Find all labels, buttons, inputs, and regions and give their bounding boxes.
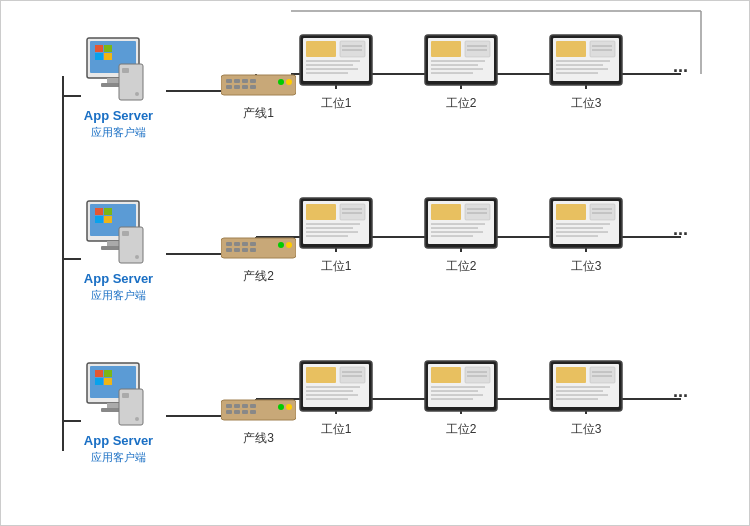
svg-rect-146 (242, 410, 248, 414)
workstation-icon-3-1 (298, 359, 374, 417)
svg-rect-58 (431, 41, 461, 57)
server-icon-3 (79, 361, 159, 429)
svg-rect-115 (465, 204, 490, 220)
workstation-3-1: 工位1 (296, 359, 376, 438)
svg-rect-91 (250, 242, 256, 246)
workstation-1-2: 工位2 (421, 33, 501, 112)
svg-rect-42 (242, 85, 248, 89)
svg-point-96 (278, 242, 284, 248)
svg-rect-144 (226, 410, 232, 414)
svg-rect-125 (590, 204, 615, 220)
workstation-1-3-label: 工位3 (546, 95, 626, 112)
svg-rect-95 (250, 248, 256, 252)
svg-rect-37 (234, 79, 240, 83)
server-3: App Server 应用客户端 (71, 361, 166, 464)
workstation-icon-1-3 (548, 33, 624, 91)
workstation-icon-1-2 (423, 33, 499, 91)
svg-rect-137 (122, 393, 129, 398)
dots-row-2: ... (673, 219, 688, 240)
switch-1: 产线1 (216, 71, 301, 122)
workstation-2-2-label: 工位2 (421, 258, 501, 275)
svg-point-34 (135, 92, 139, 96)
switch-1-label: 产线1 (216, 105, 301, 122)
svg-rect-28 (95, 53, 103, 60)
svg-rect-162 (431, 367, 461, 383)
svg-rect-87 (221, 238, 296, 258)
workstation-2-1: 工位1 (296, 196, 376, 275)
switch-3-label: 产线3 (216, 430, 301, 447)
switch-icon-2 (221, 234, 296, 262)
svg-rect-79 (104, 208, 112, 215)
switch-2: 产线2 (216, 234, 301, 285)
svg-rect-105 (340, 204, 365, 220)
svg-point-44 (278, 79, 284, 85)
svg-rect-110 (431, 204, 461, 220)
workstation-icon-2-1 (298, 196, 374, 254)
svg-rect-78 (95, 208, 103, 215)
svg-point-138 (135, 417, 139, 421)
svg-rect-81 (104, 216, 112, 223)
server-1-sublabel: 应用客户端 (71, 125, 166, 139)
svg-rect-131 (104, 370, 112, 377)
workstation-icon-3-2 (423, 359, 499, 417)
svg-rect-36 (226, 79, 232, 83)
svg-rect-177 (590, 367, 615, 383)
server-3-label: App Server (71, 433, 166, 450)
svg-rect-33 (122, 68, 129, 73)
svg-rect-53 (340, 41, 365, 57)
workstation-2-1-label: 工位1 (296, 258, 376, 275)
svg-rect-157 (340, 367, 365, 383)
switch-2-label: 产线2 (216, 268, 301, 285)
svg-rect-40 (226, 85, 232, 89)
svg-rect-90 (242, 242, 248, 246)
workstation-3-3-label: 工位3 (546, 421, 626, 438)
server-icon-2 (79, 199, 159, 267)
svg-rect-132 (95, 378, 103, 385)
svg-rect-27 (104, 45, 112, 52)
svg-rect-145 (234, 410, 240, 414)
switch-icon-3 (221, 396, 296, 424)
workstation-1-2-label: 工位2 (421, 95, 501, 112)
workstation-3-1-label: 工位1 (296, 421, 376, 438)
workstation-2-2: 工位2 (421, 196, 501, 275)
server-icon-1 (79, 36, 159, 104)
svg-rect-63 (465, 41, 490, 57)
svg-rect-26 (95, 45, 103, 52)
workstation-1-3: 工位3 (546, 33, 626, 112)
svg-rect-41 (234, 85, 240, 89)
svg-rect-167 (465, 367, 490, 383)
svg-rect-147 (250, 410, 256, 414)
svg-rect-130 (95, 370, 103, 377)
svg-point-149 (286, 404, 292, 410)
svg-rect-141 (234, 404, 240, 408)
svg-rect-68 (556, 41, 586, 57)
svg-rect-139 (221, 400, 296, 420)
workstation-icon-2-3 (548, 196, 624, 254)
svg-point-45 (286, 79, 292, 85)
server-3-sublabel: 应用客户端 (71, 450, 166, 464)
svg-rect-142 (242, 404, 248, 408)
svg-rect-120 (556, 204, 586, 220)
svg-rect-100 (306, 204, 336, 220)
workstation-1-1: 工位1 (296, 33, 376, 112)
svg-point-148 (278, 404, 284, 410)
svg-rect-85 (122, 231, 129, 236)
svg-rect-39 (250, 79, 256, 83)
svg-rect-133 (104, 378, 112, 385)
svg-rect-35 (221, 75, 296, 95)
svg-rect-92 (226, 248, 232, 252)
svg-rect-143 (250, 404, 256, 408)
svg-rect-48 (306, 41, 336, 57)
svg-rect-30 (107, 78, 119, 83)
dots-row-3: ... (673, 381, 688, 402)
svg-rect-88 (226, 242, 232, 246)
workstation-3-3: 工位3 (546, 359, 626, 438)
switch-icon-1 (221, 71, 296, 99)
svg-rect-38 (242, 79, 248, 83)
server-2-label: App Server (71, 271, 166, 288)
svg-rect-93 (234, 248, 240, 252)
svg-point-86 (135, 255, 139, 259)
workstation-icon-1-1 (298, 33, 374, 91)
svg-rect-80 (95, 216, 103, 223)
main-diagram: App Server 应用客户端 产线1 (0, 0, 750, 526)
